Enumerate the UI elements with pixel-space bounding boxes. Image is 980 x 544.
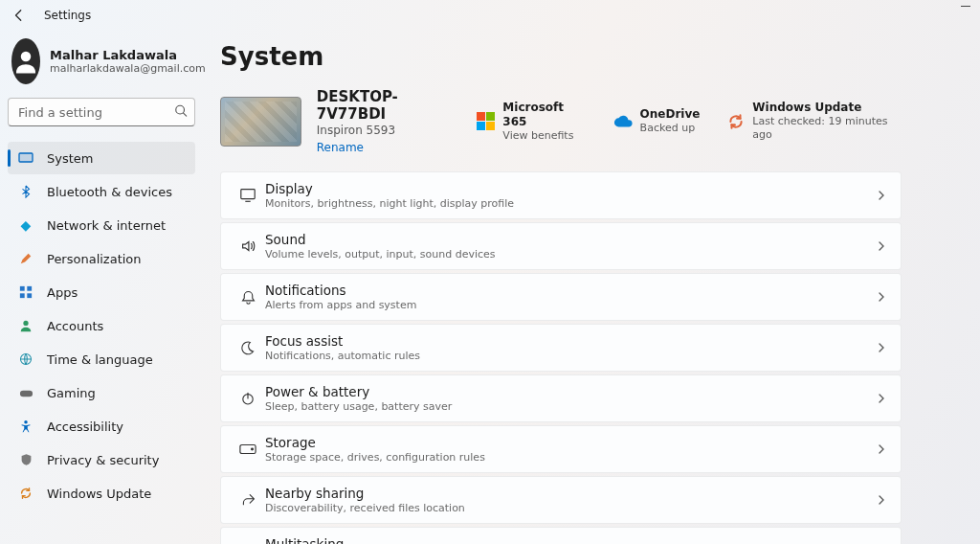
sidebar-item-label: Accessibility: [47, 419, 123, 434]
header-link-onedrive[interactable]: OneDrive Backed up: [613, 107, 701, 135]
share-icon: [231, 492, 265, 509]
moon-icon: [231, 340, 265, 355]
system-icon: [18, 150, 33, 166]
sidebar-item-privacy[interactable]: Privacy & security: [8, 443, 195, 476]
sidebar-item-label: Network & internet: [47, 218, 166, 233]
row-sub: Storage space, drives, configuration rul…: [265, 451, 876, 464]
microsoft-icon: [477, 112, 495, 131]
paintbrush-icon: [18, 251, 33, 266]
bluetooth-icon: [18, 184, 33, 199]
chevron-right-icon: [876, 238, 887, 256]
row-nearby[interactable]: Nearby sharingDiscoverability, received …: [220, 476, 902, 524]
device-model: Inspiron 5593: [317, 124, 462, 137]
user-profile[interactable]: Malhar Lakdawala malharlakdawala@gmail.c…: [8, 34, 195, 98]
user-icon: [11, 47, 40, 76]
svg-point-0: [21, 52, 32, 62]
update-icon: [726, 112, 745, 131]
svg-point-11: [24, 420, 28, 424]
minimize-icon[interactable]: [961, 6, 970, 7]
globe-icon: [18, 351, 33, 367]
svg-point-1: [176, 105, 185, 114]
svg-rect-3: [19, 153, 33, 162]
sidebar-item-time[interactable]: Time & language: [8, 343, 195, 375]
row-storage[interactable]: StorageStorage space, drives, configurat…: [220, 425, 902, 473]
sidebar-item-label: Apps: [47, 285, 78, 300]
svg-rect-10: [19, 390, 32, 397]
sidebar-item-label: Bluetooth & devices: [47, 185, 172, 199]
row-sub: Monitors, brightness, night light, displ…: [265, 197, 876, 210]
svg-rect-5: [27, 286, 32, 291]
profile-email: malharlakdawala@gmail.com: [50, 62, 206, 75]
row-title: Display: [265, 181, 876, 196]
svg-rect-12: [241, 190, 255, 199]
row-power[interactable]: Power & batterySleep, battery usage, bat…: [220, 374, 902, 422]
row-display[interactable]: DisplayMonitors, brightness, night light…: [220, 171, 902, 219]
row-title: Multitasking: [265, 536, 876, 544]
sidebar-item-accounts[interactable]: Accounts: [8, 309, 195, 342]
sidebar-item-label: Windows Update: [47, 487, 151, 501]
row-notifications[interactable]: NotificationsAlerts from apps and system: [220, 273, 902, 321]
row-sub: Notifications, automatic rules: [265, 350, 876, 362]
sidebar-item-update[interactable]: Windows Update: [8, 477, 195, 510]
header-link-sub: Backed up: [640, 122, 701, 135]
apps-icon: [18, 284, 33, 300]
row-sub: Alerts from apps and system: [265, 299, 876, 311]
svg-rect-7: [27, 293, 32, 298]
arrow-left-icon: [12, 9, 26, 22]
svg-point-15: [252, 448, 254, 450]
sidebar-item-bluetooth[interactable]: Bluetooth & devices: [8, 175, 195, 208]
sidebar-item-apps[interactable]: Apps: [8, 276, 195, 308]
sidebar-item-system[interactable]: System: [8, 142, 195, 174]
svg-rect-4: [20, 286, 25, 291]
window-title: Settings: [44, 9, 91, 22]
rename-link[interactable]: Rename: [317, 141, 462, 154]
sidebar-item-label: Personalization: [47, 252, 142, 266]
update-icon: [18, 486, 33, 501]
chevron-right-icon: [876, 491, 887, 510]
header-link-title: Microsoft 365: [502, 101, 586, 129]
row-title: Focus assist: [265, 333, 876, 349]
sidebar-item-label: System: [47, 151, 93, 166]
svg-point-8: [23, 321, 28, 326]
sidebar-item-network[interactable]: ◆ Network & internet: [8, 209, 195, 241]
back-button[interactable]: [6, 2, 33, 29]
svg-rect-6: [20, 293, 25, 298]
chevron-right-icon: [876, 441, 887, 459]
sidebar-item-label: Time & language: [47, 352, 153, 367]
row-title: Power & battery: [265, 384, 876, 399]
bell-icon: [231, 289, 265, 306]
wifi-icon: ◆: [18, 217, 33, 233]
power-icon: [231, 391, 265, 406]
sidebar-item-gaming[interactable]: Gaming: [8, 376, 195, 409]
search-input[interactable]: [8, 98, 195, 126]
row-sound[interactable]: SoundVolume levels, output, input, sound…: [220, 222, 902, 270]
gaming-icon: [18, 385, 33, 400]
header-link-sub: Last checked: 19 minutes ago: [752, 115, 902, 142]
sidebar-item-personalization[interactable]: Personalization: [8, 242, 195, 275]
header-link-title: Windows Update: [752, 101, 902, 115]
header-link-title: OneDrive: [640, 107, 701, 122]
cloud-icon: [613, 112, 633, 131]
profile-name: Malhar Lakdawala: [50, 48, 206, 63]
header-link-sub: View benefits: [502, 129, 586, 143]
sidebar-item-label: Privacy & security: [47, 453, 159, 467]
row-title: Nearby sharing: [265, 486, 876, 501]
row-focus[interactable]: Focus assistNotifications, automatic rul…: [220, 324, 902, 372]
row-multitasking[interactable]: MultitaskingSnap windows, desktops, task…: [220, 527, 902, 544]
sidebar-item-label: Gaming: [47, 386, 96, 400]
header-link-update[interactable]: Windows Update Last checked: 19 minutes …: [726, 101, 902, 142]
header-link-m365[interactable]: Microsoft 365 View benefits: [477, 101, 586, 143]
sound-icon: [231, 238, 265, 255]
chevron-right-icon: [876, 288, 887, 306]
search-icon: [174, 103, 188, 122]
page-title: System: [220, 42, 902, 71]
row-sub: Sleep, battery usage, battery saver: [265, 400, 876, 413]
shield-icon: [18, 452, 33, 467]
row-title: Sound: [265, 232, 876, 247]
row-sub: Volume levels, output, input, sound devi…: [265, 248, 876, 261]
person-icon: [18, 318, 33, 333]
sidebar-item-accessibility[interactable]: Accessibility: [8, 410, 195, 442]
device-thumbnail[interactable]: [220, 97, 301, 147]
avatar: [11, 38, 40, 84]
chevron-right-icon: [876, 187, 887, 205]
